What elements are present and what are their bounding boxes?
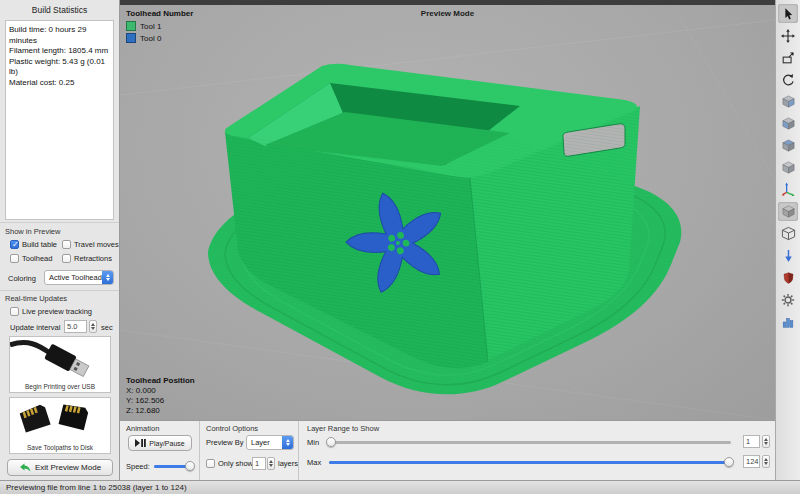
speed-label: Speed: bbox=[126, 462, 150, 471]
realtime-updates-label: Real-time Updates bbox=[5, 294, 67, 303]
axes-icon[interactable] bbox=[778, 180, 798, 199]
preview-mode-label: Preview Mode bbox=[120, 9, 775, 18]
model-render bbox=[120, 0, 775, 420]
speed-slider-thumb[interactable] bbox=[185, 461, 195, 471]
speed-slider[interactable] bbox=[154, 465, 192, 468]
cube-view-right-icon[interactable] bbox=[778, 92, 798, 111]
control-options-section: Control Options Preview By Layer Only sh… bbox=[200, 421, 299, 481]
stat-plastic-weight: Plastic weight: 5.43 g (0.01 lb) bbox=[9, 57, 110, 78]
toolhead-y: Y: 162.506 bbox=[126, 396, 195, 406]
only-show-field[interactable]: 1 bbox=[252, 457, 266, 470]
gear-icon[interactable] bbox=[778, 290, 798, 309]
wireframe-cube-icon[interactable] bbox=[778, 224, 798, 243]
checkbox-build-table[interactable]: Build table bbox=[10, 240, 57, 249]
divider bbox=[0, 222, 119, 223]
viewport-canvas[interactable]: Preview Mode Toolhead Number Tool 1 Tool… bbox=[120, 0, 775, 420]
checkbox-live-preview-box[interactable] bbox=[10, 307, 19, 316]
layers-label: layers bbox=[278, 459, 298, 468]
shield-icon[interactable] bbox=[778, 268, 798, 287]
cube-view-iso-icon[interactable] bbox=[778, 158, 798, 177]
scale-icon[interactable] bbox=[778, 48, 798, 67]
pan-move-icon[interactable] bbox=[778, 26, 798, 45]
control-options-label: Control Options bbox=[206, 424, 258, 433]
stat-build-time: Build time: 0 hours 29 minutes bbox=[9, 25, 110, 46]
drop-arrow-icon[interactable] bbox=[778, 246, 798, 265]
preview-by-select[interactable]: Layer bbox=[246, 435, 294, 450]
play-pause-button[interactable]: Play/Pause bbox=[128, 435, 192, 451]
preview-by-label: Preview By bbox=[206, 438, 244, 447]
checkbox-travel-moves-box[interactable] bbox=[62, 240, 71, 249]
select-arrows-icon bbox=[102, 271, 113, 284]
min-slider-thumb[interactable] bbox=[326, 437, 336, 447]
begin-printing-usb-button[interactable]: Begin Printing over USB bbox=[9, 336, 111, 393]
max-layer-stepper[interactable] bbox=[762, 455, 770, 468]
stat-filament-length: Filament length: 1805.4 mm bbox=[9, 46, 110, 57]
min-layer-slider[interactable] bbox=[329, 441, 731, 444]
select-cursor-icon[interactable] bbox=[778, 4, 798, 23]
stat-material-cost: Material cost: 0.25 bbox=[9, 78, 110, 89]
save-toolpaths-button[interactable]: Save Toolpaths to Disk bbox=[9, 397, 111, 454]
toolhead-legend: Toolhead Number Tool 1 Tool 0 bbox=[126, 9, 193, 45]
select-arrows-icon bbox=[282, 436, 293, 449]
legend-item-tool0: Tool 0 bbox=[126, 33, 193, 43]
toolhead-x: X: 0.000 bbox=[126, 386, 195, 396]
panel-title: Build Statistics bbox=[0, 5, 119, 15]
layer-range-section: Layer Range to Show Min 1 Max 124 bbox=[299, 421, 775, 481]
play-pause-icon bbox=[135, 439, 146, 447]
checkbox-build-table-box[interactable] bbox=[10, 240, 19, 249]
update-interval-stepper[interactable] bbox=[89, 320, 97, 333]
toolhead-position-readout: Toolhead Position X: 0.000 Y: 162.506 Z:… bbox=[126, 376, 195, 416]
show-in-preview-label: Show in Preview bbox=[5, 227, 60, 236]
cube-view-front-icon[interactable] bbox=[778, 114, 798, 133]
sd-caption: Save Toolpaths to Disk bbox=[10, 444, 110, 451]
checkbox-retractions[interactable]: Retractions bbox=[62, 254, 112, 263]
layer-range-label: Layer Range to Show bbox=[307, 424, 379, 433]
legend-title: Toolhead Number bbox=[126, 9, 193, 18]
checkbox-toolhead[interactable]: Toolhead bbox=[10, 254, 52, 263]
status-bar: Previewing file from line 1 to 25038 (la… bbox=[0, 480, 800, 494]
legend-item-tool1: Tool 1 bbox=[126, 21, 193, 31]
cube-view-top-icon[interactable] bbox=[778, 136, 798, 155]
cross-section-cube-icon[interactable] bbox=[778, 202, 798, 221]
exit-preview-mode-button[interactable]: Exit Preview Mode bbox=[7, 459, 113, 476]
max-layer-slider[interactable] bbox=[329, 461, 731, 464]
max-label: Max bbox=[307, 458, 321, 467]
checkbox-travel-moves[interactable]: Travel moves bbox=[62, 240, 119, 249]
checkbox-live-preview[interactable]: Live preview tracking bbox=[10, 307, 92, 316]
coloring-label: Coloring bbox=[8, 274, 36, 283]
usb-caption: Begin Printing over USB bbox=[10, 383, 110, 390]
update-interval-unit: sec bbox=[101, 323, 113, 332]
tool0-swatch bbox=[126, 33, 136, 43]
min-layer-stepper[interactable] bbox=[762, 435, 770, 448]
checkbox-retractions-box[interactable] bbox=[62, 254, 71, 263]
only-show-checkbox-box[interactable] bbox=[206, 459, 215, 468]
coloring-select[interactable]: Active Toolhead bbox=[44, 270, 114, 285]
only-show-stepper[interactable] bbox=[267, 457, 275, 470]
toolhead-z: Z: 12.680 bbox=[126, 406, 195, 416]
divider bbox=[0, 290, 119, 291]
rotate-icon[interactable] bbox=[778, 70, 798, 89]
build-statistics-panel: Build Statistics Build time: 0 hours 29 … bbox=[0, 0, 120, 480]
update-interval-field[interactable]: 5.0 bbox=[64, 320, 87, 333]
app-window: Build Statistics Build time: 0 hours 29 … bbox=[0, 0, 800, 494]
status-text: Previewing file from line 1 to 25038 (la… bbox=[6, 483, 187, 492]
tool1-swatch bbox=[126, 21, 136, 31]
animation-section: Animation Play/Pause Speed: bbox=[120, 421, 200, 481]
viewport-top-strip bbox=[120, 0, 775, 5]
update-interval-label: Update interval bbox=[10, 323, 60, 332]
max-slider-thumb[interactable] bbox=[724, 457, 734, 467]
max-layer-field[interactable]: 124 bbox=[743, 455, 760, 468]
animation-label: Animation bbox=[126, 424, 159, 433]
back-arrow-icon bbox=[19, 463, 31, 472]
stats-chart-icon[interactable] bbox=[778, 312, 798, 331]
preview-controls-panel: Animation Play/Pause Speed: Control Opti… bbox=[120, 420, 775, 480]
min-layer-field[interactable]: 1 bbox=[743, 435, 760, 448]
build-stats-box: Build time: 0 hours 29 minutes Filament … bbox=[5, 20, 114, 220]
min-label: Min bbox=[307, 438, 319, 447]
only-show-checkbox[interactable]: Only show bbox=[206, 459, 253, 468]
sd-cards-image bbox=[10, 398, 110, 442]
view-toolbar bbox=[775, 0, 800, 480]
checkbox-toolhead-box[interactable] bbox=[10, 254, 19, 263]
usb-cable-image bbox=[10, 337, 110, 381]
